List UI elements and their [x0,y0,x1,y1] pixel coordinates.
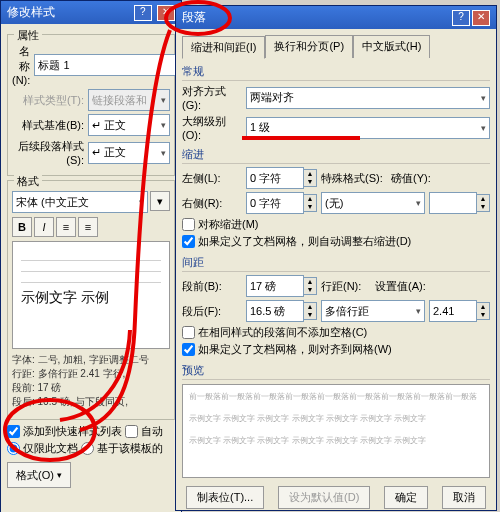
close-icon[interactable]: ✕ [157,5,175,21]
tab-line-page[interactable]: 换行和分页(P) [265,35,353,58]
left-label: 左侧(L): [182,171,242,186]
spin-up-icon[interactable]: ▲ [304,170,316,178]
font-size-select[interactable]: ▾ [150,191,170,211]
outline-select[interactable]: 1 级 [246,117,490,139]
type-label: 样式类型(T): [12,93,84,108]
font-select[interactable]: 宋体 (中文正文 [12,191,148,213]
spin-down-icon[interactable]: ▼ [304,178,316,186]
section-preview: 预览 [182,363,490,380]
help-icon[interactable]: ? [452,10,470,26]
base-label: 样式基准(B): [12,118,84,133]
before-input[interactable] [246,275,304,297]
attributes-label: 属性 [14,28,42,43]
section-general: 常规 [182,64,490,81]
only-doc-label: 仅限此文档 [23,441,78,456]
mirror-checkbox[interactable] [182,218,195,231]
align-select[interactable]: 两端对齐 [246,87,490,109]
tab-asian[interactable]: 中文版式(H) [353,35,430,58]
only-doc-radio[interactable] [7,442,20,455]
after-input[interactable] [246,300,304,322]
style-description: 字体: 二号, 加粗, 字距调整二号 行距: 多倍行距 2.41 字行, 段前:… [12,353,170,409]
ok-button[interactable]: 确定 [384,486,428,509]
align-label: 对齐方式(G): [182,84,242,111]
paragraph-preview: 前一般落前一般落前一般落前一般落前一般落前一般落前一般落前一般落前一般落 示例文… [182,384,490,478]
lineheight-select[interactable]: 多倍行距 [321,300,425,322]
next-label: 后续段落样式(S): [12,139,84,166]
tab-indent-spacing[interactable]: 缩进和间距(I) [182,36,265,59]
format-label: 格式 [14,174,42,189]
special-label: 特殊格式(S): [321,171,387,186]
snapgrid-label: 如果定义了文档网格，则对齐到网格(W) [198,342,392,357]
autoupdate-checkbox[interactable] [125,425,138,438]
add-quicklist-checkbox[interactable] [7,425,20,438]
nospace-label: 在相同样式的段落间不添加空格(C) [198,325,367,340]
type-select: 链接段落和 [88,89,170,111]
cancel-button[interactable]: 取消 [442,486,486,509]
italic-button[interactable]: I [34,217,54,237]
modify-style-titlebar[interactable]: 修改样式 ? ✕ [1,1,181,24]
special-select[interactable]: (无) [321,192,425,214]
nospace-checkbox[interactable] [182,326,195,339]
lineheight-label: 行距(N): [321,279,371,294]
based-template-radio[interactable] [81,442,94,455]
outline-label: 大纲级别(O): [182,114,242,141]
tabstops-button[interactable]: 制表位(T)... [186,486,264,509]
add-quicklist-label: 添加到快速样式列表 [23,424,122,439]
yval-input[interactable] [429,192,477,214]
section-spacing: 间距 [182,255,490,272]
default-button[interactable]: 设为默认值(D) [278,486,370,509]
yval-label: 磅值(Y): [391,171,437,186]
tab-bar: 缩进和间距(I) 换行和分页(P) 中文版式(H) [182,35,490,58]
paragraph-titlebar[interactable]: 段落 ?✕ [176,6,496,29]
section-indent: 缩进 [182,147,490,164]
right-input[interactable] [246,192,304,214]
modify-style-title: 修改样式 [7,4,55,21]
style-preview: 示例文字 示例 [12,241,170,349]
auto-indent-checkbox[interactable] [182,235,195,248]
help-icon[interactable]: ? [134,5,152,21]
attributes-group: 属性 名称(N): 样式类型(T):链接段落和 样式基准(B):↵ 正文 后续段… [7,34,175,176]
snapgrid-checkbox[interactable] [182,343,195,356]
format-group: 格式 宋体 (中文正文 ▾ B I ≡ ≡ 示例文字 示例 字体: 二号, 加粗… [7,180,175,420]
name-label: 名称(N): [12,44,30,86]
modify-style-dialog: 修改样式 ? ✕ 属性 名称(N): 样式类型(T):链接段落和 样式基准(B)… [0,0,182,512]
right-label: 右侧(R): [182,196,242,211]
titlebar-buttons: ? ✕ [132,4,175,21]
bold-button[interactable]: B [12,217,32,237]
next-select[interactable]: ↵ 正文 [88,142,170,164]
setval-label: 设置值(A): [375,279,431,294]
before-label: 段前(B): [182,279,242,294]
align-center-button[interactable]: ≡ [78,217,98,237]
preview-text: 示例文字 示例 [21,289,161,307]
setval-input[interactable] [429,300,477,322]
name-input[interactable] [34,54,180,76]
close-icon[interactable]: ✕ [472,10,490,26]
paragraph-title: 段落 [182,9,206,26]
auto-indent-label: 如果定义了文档网格，则自动调整右缩进(D) [198,234,411,249]
base-select[interactable]: ↵ 正文 [88,114,170,136]
mirror-label: 对称缩进(M) [198,217,259,232]
paragraph-dialog: 段落 ?✕ 缩进和间距(I) 换行和分页(P) 中文版式(H) 常规 对齐方式(… [175,5,497,511]
align-left-button[interactable]: ≡ [56,217,76,237]
left-input[interactable] [246,167,304,189]
after-label: 段后(F): [182,304,242,319]
format-button[interactable]: 格式(O) [7,462,71,488]
